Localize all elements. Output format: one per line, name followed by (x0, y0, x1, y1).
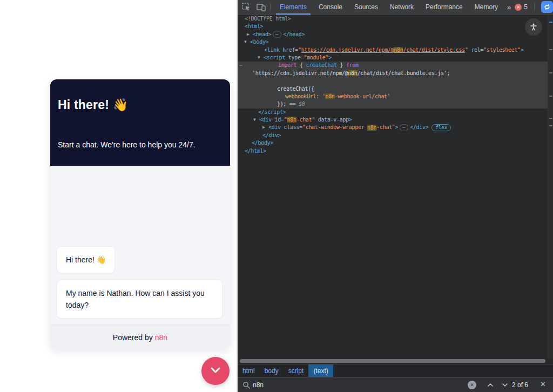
search-input[interactable]: n8n (253, 381, 264, 389)
toolbar-right-cluster: ✕ 5 (515, 1, 553, 13)
elements-scrollbar-rail[interactable] (548, 15, 553, 359)
tab-sources[interactable]: Sources (348, 0, 384, 15)
dom-line[interactable]: }); == $0 (238, 100, 548, 108)
chat-message: My name is Nathan. How can I assist you … (57, 280, 222, 319)
breadcrumb: htmlbodyscript(text) (238, 364, 553, 377)
accessibility-person-icon[interactable] (525, 18, 542, 36)
scroll-marker (549, 96, 552, 97)
breadcrumb-item-html[interactable]: html (238, 364, 260, 377)
tab-performance[interactable]: Performance (420, 0, 469, 15)
dom-line[interactable]: <html> (238, 23, 548, 30)
expand-ellipsis-button[interactable]: ⋯ (400, 124, 408, 131)
tab-elements[interactable]: Elements (274, 0, 313, 15)
gutter-ellipsis[interactable]: ⋯ (239, 62, 242, 69)
toolbar-divider (534, 3, 535, 11)
dom-line[interactable]: </html> (238, 147, 548, 155)
scroll-marker (549, 72, 552, 73)
dom-line[interactable] (238, 77, 548, 85)
chat-body: Hi there! 👋My name is Nathan. How can I … (50, 166, 230, 325)
breadcrumb-item-script[interactable]: script (284, 364, 309, 377)
dom-line[interactable]: </div> (238, 132, 548, 139)
horizontal-scrollbar-thumb[interactable] (240, 359, 545, 363)
flex-badge[interactable]: flex (431, 124, 451, 131)
dom-line[interactable]: </script> (238, 109, 548, 116)
chat-messages: Hi there! 👋My name is Nathan. How can I … (57, 240, 224, 319)
n8n-brand-link[interactable]: n8n (155, 333, 167, 342)
chat-footer: Powered by n8n (50, 325, 230, 349)
dom-line[interactable]: ▶<div class="chat-window-wrapper n8n-cha… (238, 124, 548, 131)
chat-header: Hi there! 👋 Start a chat. We're here to … (50, 79, 230, 166)
dom-line[interactable]: webhookUrl: 'n8n-webhook-url/chat' (238, 93, 548, 100)
dom-line[interactable]: ▶<head>⋯</head> (238, 31, 548, 38)
chevron-down-icon[interactable] (501, 381, 509, 389)
chat-subtitle: Start a chat. We're here to help you 24/… (58, 140, 221, 149)
inspect-cursor-icon[interactable] (241, 2, 252, 12)
breadcrumb-item-text[interactable]: (text) (308, 364, 333, 377)
scroll-marker (549, 118, 552, 119)
browser-page: Hi there! 👋 Start a chat. We're here to … (0, 0, 238, 392)
tab-console[interactable]: Console (313, 0, 348, 15)
chat-toggle-button[interactable] (201, 357, 230, 385)
breadcrumb-item-body[interactable]: body (260, 364, 284, 377)
dom-tree: <!DOCTYPE html><html>▶<head>⋯</head>▼<bo… (238, 15, 548, 349)
tab-memory[interactable]: Memory (469, 0, 504, 15)
blue-extension-icon[interactable] (541, 1, 553, 13)
devtools-toolbar: ElementsConsoleSourcesNetworkPerformance… (238, 0, 553, 15)
powered-by-label: Powered by (113, 333, 153, 342)
chat-window: Hi there! 👋 Start a chat. We're here to … (50, 79, 230, 349)
tab-network[interactable]: Network (384, 0, 420, 15)
find-bar: n8n ✕ 2 of 6 ✕ (238, 377, 553, 392)
error-count[interactable]: 5 (524, 3, 528, 11)
screen: Hi there! 👋 Start a chat. We're here to … (0, 0, 553, 392)
dom-line[interactable]: ▼<script type="module"> (238, 54, 548, 62)
chat-message: Hi there! 👋 (57, 246, 115, 273)
dom-line[interactable]: <link href="https://cdn.jsdelivr.net/npm… (238, 46, 548, 54)
chat-title: Hi there! 👋 (58, 98, 221, 112)
devtools-panel: ElementsConsoleSourcesNetworkPerformance… (238, 0, 553, 392)
scroll-marker (549, 49, 552, 50)
horizontal-scrollbar[interactable] (239, 359, 547, 363)
dom-line[interactable]: </body> (238, 139, 548, 147)
expand-ellipsis-button[interactable]: ⋯ (273, 31, 281, 38)
scroll-marker (549, 125, 552, 126)
toolbar-divider (270, 3, 271, 11)
chevron-down-icon (210, 366, 221, 376)
dom-line[interactable]: ▼<body> (238, 38, 548, 46)
magnifier-icon (242, 381, 250, 389)
more-tabs-button[interactable]: » (504, 3, 515, 11)
close-x-icon[interactable]: ✕ (540, 380, 546, 388)
search-result-count: 2 of 6 (512, 381, 528, 389)
chevron-up-icon[interactable] (486, 381, 495, 389)
scroll-marker (549, 22, 552, 23)
dom-line[interactable]: 'https://cdn.jsdelivr.net/npm/@n8n/chat/… (238, 70, 548, 77)
dom-line[interactable]: <!DOCTYPE html> (238, 15, 548, 23)
devtools-tabs: ElementsConsoleSourcesNetworkPerformance… (274, 0, 504, 15)
dom-line[interactable]: ▼<div id="n8n-chat" data-v-app> (238, 116, 548, 124)
error-circle-icon[interactable]: ✕ (515, 4, 522, 11)
device-toolbar-icon[interactable] (255, 2, 267, 12)
dom-line[interactable]: createChat({ (238, 85, 548, 93)
clear-circle-icon[interactable]: ✕ (468, 381, 476, 389)
dom-line[interactable]: ⋯import { createChat } from (238, 62, 548, 69)
